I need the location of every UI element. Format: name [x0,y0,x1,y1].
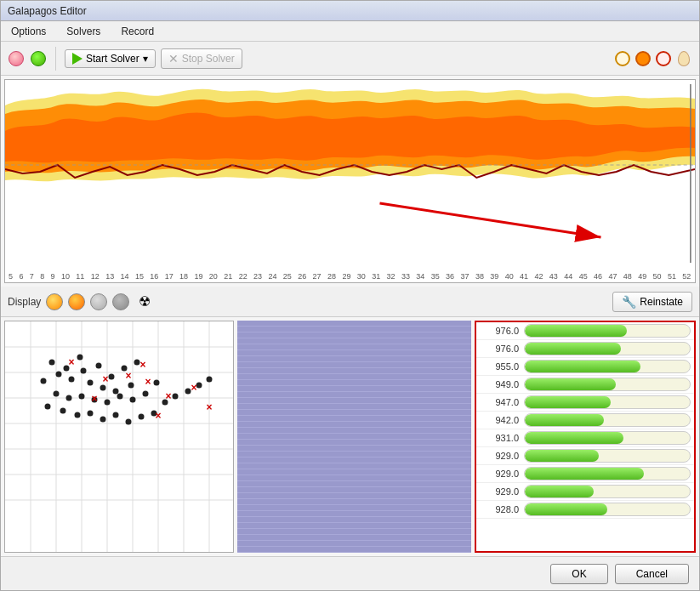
svg-point-33 [128,383,134,389]
nuclear-icon: ☢ [139,293,151,310]
axis-labels: 56789 1011121314 1516171819 2021222324 2… [9,272,691,281]
active-timer-icon[interactable] [635,50,652,67]
reinstate-button[interactable]: 🔧 Reinstate [612,292,692,312]
score-value: 942.0 [480,415,519,425]
svg-point-43 [45,404,51,410]
svg-point-26 [96,363,102,369]
score-value: 976.0 [480,326,519,336]
svg-point-42 [154,380,160,386]
score-row[interactable]: 976.0 [476,340,694,358]
score-bar [525,378,616,390]
chart-svg [5,80,695,267]
start-solver-label: Start Solver [86,53,139,65]
score-bar-container [524,395,691,409]
svg-point-35 [66,395,72,401]
start-solver-button[interactable]: Start Solver ▾ [65,49,156,68]
display-bar: Display ☢ 🔧 Reinstate [1,287,699,317]
score-value: 931.0 [480,433,519,443]
toolbar-right [614,50,692,67]
play-icon [72,53,83,65]
svg-point-22 [56,372,62,378]
orange-clock-icon [635,51,651,66]
score-row[interactable]: 929.0 [476,465,694,483]
svg-point-29 [134,360,140,366]
red-clock-icon [656,51,671,66]
svg-point-44 [60,408,66,414]
scores-panel[interactable]: 976.0976.0955.0949.0947.0942.0931.0929.0… [475,321,696,553]
score-value: 929.0 [480,486,519,497]
menu-options[interactable]: Options [4,24,53,39]
display-dot-gray-1[interactable] [90,293,107,310]
red-timer-icon[interactable] [655,50,672,67]
score-value: 928.0 [480,504,519,514]
menu-record[interactable]: Record [114,24,161,39]
svg-point-47 [100,417,106,423]
score-row[interactable]: 976.0 [476,322,694,340]
svg-text:×: × [191,382,196,394]
display-dot-gray-2[interactable] [112,293,129,310]
svg-text:×: × [125,370,131,382]
score-bar [525,503,607,515]
egg-icon [678,51,690,66]
score-row[interactable]: 949.0 [476,376,694,394]
blue-lines [237,321,471,553]
cancel-button[interactable]: Cancel [615,564,689,584]
score-bar-container [524,360,691,373]
svg-text:×: × [91,393,97,405]
score-bar [525,343,621,355]
score-bar-container [524,413,691,427]
score-bar-container [524,324,691,338]
score-row[interactable]: 955.0 [476,358,694,376]
svg-text:×: × [206,401,212,413]
svg-point-56 [207,377,213,383]
scatter-grid-svg: × × × × × × × × × × [5,321,233,552]
score-row[interactable]: 929.0 [476,483,694,501]
svg-text:×: × [68,356,74,368]
pink-icon[interactable] [8,50,25,67]
display-dot-orange-2[interactable] [68,293,85,310]
svg-point-53 [173,394,179,400]
display-dot-orange-1[interactable] [46,293,63,310]
svg-point-41 [143,391,149,397]
svg-point-31 [100,385,106,391]
svg-point-34 [54,391,60,397]
score-row[interactable]: 942.0 [476,412,694,429]
green-icon[interactable] [30,50,47,67]
score-row[interactable]: 928.0 [476,501,694,519]
svg-point-54 [185,389,191,395]
score-bar [525,486,594,497]
menu-solvers[interactable]: Solvers [60,24,107,39]
score-row[interactable]: 929.0 [476,447,694,465]
title-bar: Galapagos Editor [1,1,699,21]
svg-point-36 [79,394,85,400]
ok-button[interactable]: OK [550,564,607,584]
egg-icon-btn[interactable] [675,50,692,67]
menu-bar: Options Solvers Record [1,21,699,42]
svg-point-23 [41,378,47,384]
svg-text:×: × [165,390,171,402]
score-value: 947.0 [480,397,519,407]
window-title: Galapagos Editor [8,5,87,17]
score-row[interactable]: 947.0 [476,394,694,412]
toolbar: Start Solver ▾ ✕ Stop Solver [1,42,699,76]
score-bar [525,361,640,372]
timer-icon[interactable] [614,50,631,67]
svg-point-30 [88,380,94,386]
svg-point-46 [88,411,94,417]
stop-solver-label: Stop Solver [182,53,235,65]
reinstate-label: Reinstate [640,296,683,308]
stop-solver-button[interactable]: ✕ Stop Solver [161,48,242,69]
stop-icon: ✕ [168,52,179,65]
score-bar-container [524,378,691,391]
display-label: Display [8,296,41,308]
svg-point-24 [69,377,75,383]
nuclear-icon-btn[interactable]: ☢ [134,292,155,312]
score-bar-container [524,503,691,516]
svg-point-27 [109,374,115,380]
svg-text:×: × [102,373,108,385]
score-row[interactable]: 931.0 [476,429,694,447]
score-bar-container [524,467,691,480]
svg-point-38 [105,400,111,406]
wrench-icon: 🔧 [622,295,636,309]
chart-area: 56789 1011121314 1516171819 2021222324 2… [4,79,696,283]
